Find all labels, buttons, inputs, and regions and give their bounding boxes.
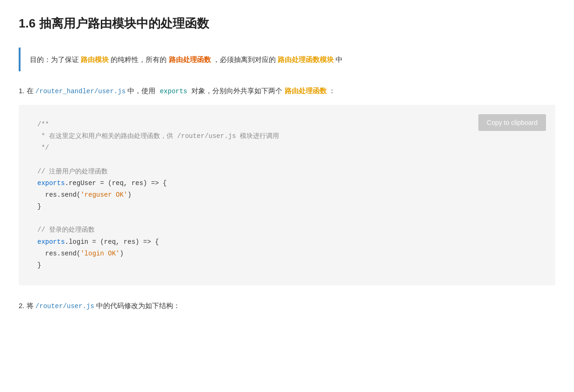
step1-instruction: 1. 在 /router_handler/user.js 中，使用 export…: [19, 84, 555, 97]
title-number: 1.6: [19, 14, 35, 34]
highlight-router-module: 路由模块: [81, 55, 109, 63]
step2-path-code: /router/user.js: [35, 303, 94, 310]
code-block: Copy to clipboard /** * 在这里定义和用户相关的路由处理函…: [19, 105, 555, 285]
step1-path-code: /router_handler/user.js: [35, 88, 126, 95]
code-content: /** * 在这里定义和用户相关的路由处理函数，供 /router/user.j…: [37, 119, 537, 271]
step1-highlight: 路由处理函数: [285, 87, 327, 95]
highlight-handler-func: 路由处理函数: [169, 55, 211, 63]
step2-instruction: 2. 将 /router/user.js 中的代码修改为如下结构：: [19, 299, 555, 312]
highlight-handler-module: 路由处理函数模块: [278, 55, 334, 63]
page-title: 1.6 抽离用户路由模块中的处理函数: [19, 14, 555, 34]
copy-to-clipboard-button[interactable]: Copy to clipboard: [478, 114, 546, 131]
step1-exports-code: exports: [157, 87, 189, 96]
title-text: 抽离用户路由模块中的处理函数: [39, 14, 209, 34]
blockquote-text: 目的：为了保证 路由模块 的纯粹性，所有的 路由处理函数 ，必须抽离到对应的 路…: [30, 53, 546, 66]
blockquote-section: 目的：为了保证 路由模块 的纯粹性，所有的 路由处理函数 ，必须抽离到对应的 路…: [19, 48, 555, 71]
